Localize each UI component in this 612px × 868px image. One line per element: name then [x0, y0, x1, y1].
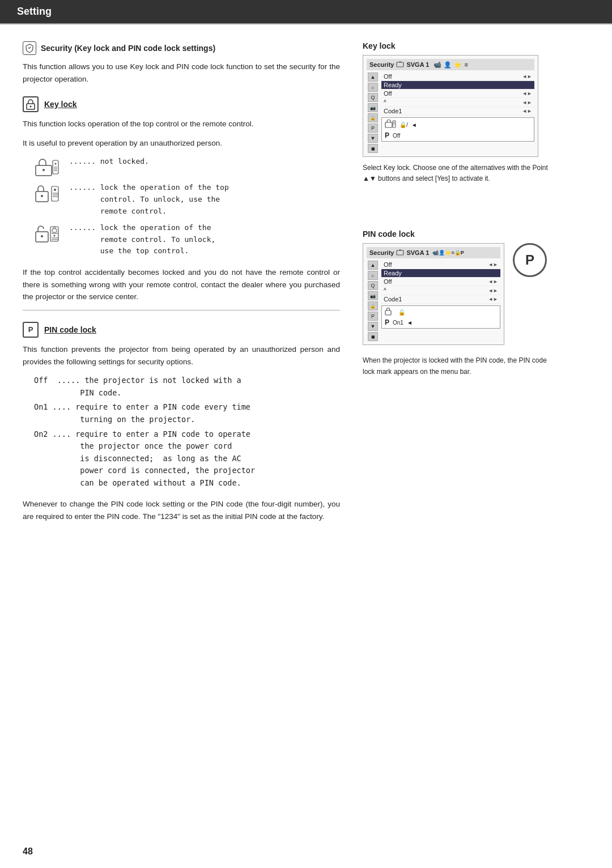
sidebar-icon-4: 📷	[368, 103, 378, 112]
pin-sidebar-3: Q	[368, 281, 378, 290]
sidebar-icon-6: P	[368, 124, 378, 133]
svg-point-20	[54, 235, 56, 236]
pin-sub-panel: 🔓 P On1 ◄	[381, 305, 500, 329]
screen-body-key: ▲ ☼ Q 📷 🔒 P ▼ ◼ Off ◄► Ready	[367, 73, 534, 153]
security-intro: This function allows you to use Key lock…	[23, 61, 340, 85]
key-lock-screen-title: Key lock	[363, 41, 555, 50]
svg-point-28	[394, 122, 395, 123]
pin-item-on1: On1 .... require to enter a PIN code eve…	[34, 401, 340, 426]
not-locked-desc: ...... not locked.	[69, 156, 149, 168]
screen-sidebar-pin: ▲ ☼ Q 📷 🔒 P ▼ ◼	[367, 261, 379, 341]
page-number: 48	[23, 846, 33, 857]
pin-screen-container: Security SVGA 1 📹👤⭐≡🔒P ▲ ☼ Q 📷	[363, 243, 555, 351]
pin-footer-note: Whenever to change the PIN code lock set…	[23, 498, 340, 522]
screen-topbar-icon1	[396, 61, 404, 69]
key-sub-panel: 🔓/ ◄ P Off	[381, 117, 534, 142]
svg-point-12	[54, 189, 56, 191]
svg-point-17	[41, 235, 43, 237]
pin-lock-title: PIN code lock	[44, 325, 96, 334]
pin-sidebar-6: P	[368, 312, 378, 321]
pin-sidebar-7: ▼	[368, 322, 378, 331]
sidebar-icon-1: ▲	[368, 73, 378, 82]
key-lock-subsection: Key lock	[23, 96, 340, 112]
pin-lock-desc: This function prevents the projector fro…	[23, 343, 340, 368]
screen-main-key: Off ◄► Ready Off ◄► ᴬ ◄►	[381, 73, 534, 153]
svg-rect-19	[52, 229, 57, 232]
pin-item-off: Off ..... the projector is not locked wi…	[34, 375, 340, 399]
svg-rect-32	[385, 310, 391, 315]
screen-body-pin: ▲ ☼ Q 📷 🔒 P ▼ ◼ Off ◄►	[367, 261, 500, 341]
top-locked-row: ...... lock the operation of the top con…	[34, 182, 340, 217]
top-locked-desc: ...... lock the operation of the top con…	[69, 182, 229, 217]
spacer	[363, 195, 555, 229]
svg-point-3	[42, 169, 45, 171]
pin-lock-screen-title: PIN code lock	[363, 229, 555, 239]
svg-rect-30	[397, 250, 403, 255]
security-title-text: Security (Key lock and PIN code lock set…	[41, 44, 215, 53]
key-lock-warning: If the top control accidentally becomes …	[23, 266, 340, 303]
right-column: Key lock Security SVGA 1 📹 👤 ⭐ ≡ ▲	[363, 41, 555, 530]
svg-rect-26	[385, 122, 392, 127]
pin-lock-icon: P	[23, 322, 39, 338]
screen-row-off-2: Off ◄►	[381, 90, 534, 98]
pin-sidebar-5: 🔒	[368, 301, 378, 310]
pin-sub-p: P	[385, 318, 389, 326]
svg-marker-25	[398, 61, 402, 62]
pin-lock-screen: Security SVGA 1 📹👤⭐≡🔒P ▲ ☼ Q 📷	[363, 243, 504, 345]
top-locked-icon	[34, 183, 60, 203]
pin-lock-screen-desc: When the projector is locked with the PI…	[363, 355, 555, 377]
screen-main-pin: Off ◄► Ready Off ◄► ᴬ ◄	[381, 261, 500, 341]
pin-sidebar-2: ☼	[368, 271, 378, 280]
key-lock-desc2: It is useful to prevent operation by an …	[23, 137, 340, 150]
svg-point-1	[30, 106, 32, 108]
screen-row-off-1: Off ◄►	[381, 73, 534, 81]
left-column: Security (Key lock and PIN code lock set…	[23, 41, 340, 530]
sidebar-icon-2: ☼	[368, 83, 378, 92]
screen-row-ready: Ready	[381, 81, 534, 90]
sidebar-icon-8: ◼	[368, 144, 378, 153]
not-locked-row: ...... not locked.	[34, 156, 340, 177]
pin-row-auto: ᴬ ◄►	[381, 286, 500, 295]
pin-sidebar-8: ◼	[368, 332, 378, 341]
svg-marker-31	[398, 249, 402, 250]
pin-sub-icon	[385, 308, 395, 316]
screen-row-code1: Code1 ◄►	[381, 107, 534, 116]
pin-large-icon: P	[513, 243, 547, 277]
key-lock-title: Key lock	[44, 100, 77, 109]
screen-topbar-key: Security SVGA 1 📹 👤 ⭐ ≡	[367, 59, 534, 70]
key-lock-screen: Security SVGA 1 📹 👤 ⭐ ≡ ▲ ☼ Q 📷	[363, 55, 538, 157]
screen-topbar-pin: Security SVGA 1 📹👤⭐≡🔒P	[367, 247, 500, 258]
screen-topbar-pin-icon	[396, 249, 404, 257]
security-icon	[23, 41, 36, 55]
sub-panel-p-icon: P	[385, 131, 389, 139]
key-lock-screen-desc: Select Key lock. Choose one of the alter…	[363, 163, 555, 184]
key-lock-desc1: This function locks operation of the top…	[23, 118, 340, 130]
svg-rect-24	[397, 62, 403, 67]
svg-rect-11	[52, 186, 58, 201]
sidebar-icon-5: 🔒	[368, 113, 378, 122]
section-divider	[23, 310, 340, 310]
svg-point-5	[55, 163, 57, 165]
sub-panel-icon1	[385, 120, 396, 129]
screen-sidebar-key: ▲ ☼ Q 📷 🔒 P ▼ ◼	[367, 73, 379, 153]
remote-locked-icon	[34, 223, 60, 244]
remote-locked-row: ...... lock the operation of the remote …	[34, 222, 340, 257]
page-header: Setting	[0, 0, 612, 24]
pin-row-ready: Ready	[381, 269, 500, 278]
page-title: Setting	[17, 6, 52, 17]
pin-row-off: Off ◄►	[381, 261, 500, 269]
remote-locked-desc: ...... lock the operation of the remote …	[69, 222, 215, 257]
security-section-title: Security (Key lock and PIN code lock set…	[23, 41, 340, 55]
svg-point-10	[41, 195, 43, 197]
pin-row-code1: Code1 ◄►	[381, 295, 500, 304]
key-lock-icon	[23, 96, 39, 112]
pin-row-off2: Off ◄►	[381, 278, 500, 286]
sidebar-icon-7: ▼	[368, 134, 378, 143]
not-locked-icon	[34, 157, 60, 177]
pin-sidebar-4: 📷	[368, 291, 378, 300]
screen-row-auto: ᴬ ◄►	[381, 98, 534, 107]
sidebar-icon-3: Q	[368, 93, 378, 102]
pin-item-on2: On2 .... require to enter a PIN code to …	[34, 428, 340, 490]
pin-lock-subsection: P PIN code lock	[23, 322, 340, 338]
pin-sidebar-1: ▲	[368, 261, 378, 270]
